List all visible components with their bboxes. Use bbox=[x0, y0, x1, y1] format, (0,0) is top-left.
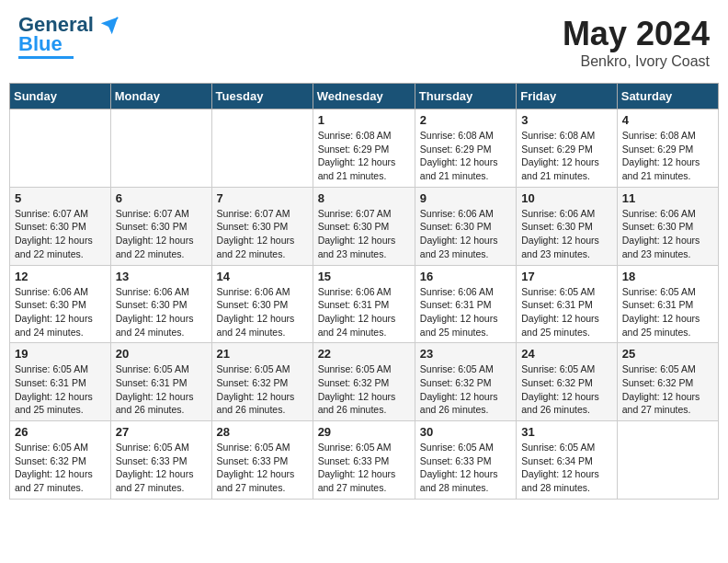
day-info: Sunrise: 6:07 AMSunset: 6:30 PMDaylight:… bbox=[217, 207, 308, 261]
calendar-week-4: 19Sunrise: 6:05 AMSunset: 6:31 PMDayligh… bbox=[10, 343, 719, 421]
day-info: Sunrise: 6:05 AMSunset: 6:32 PMDaylight:… bbox=[521, 362, 612, 417]
day-number: 23 bbox=[420, 347, 511, 361]
day-number: 5 bbox=[15, 191, 106, 205]
calendar-location: Benkro, Ivory Coast bbox=[563, 53, 710, 70]
day-number: 1 bbox=[318, 113, 410, 127]
day-info: Sunrise: 6:07 AMSunset: 6:30 PMDaylight:… bbox=[116, 207, 207, 261]
day-info: Sunrise: 6:08 AMSunset: 6:29 PMDaylight:… bbox=[521, 129, 612, 183]
day-info: Sunrise: 6:06 AMSunset: 6:30 PMDaylight:… bbox=[521, 207, 612, 261]
day-info: Sunrise: 6:05 AMSunset: 6:32 PMDaylight:… bbox=[622, 362, 713, 417]
calendar-title: May 2024 bbox=[563, 15, 710, 53]
calendar-week-5: 26Sunrise: 6:05 AMSunset: 6:32 PMDayligh… bbox=[10, 421, 719, 500]
calendar-cell: 20Sunrise: 6:05 AMSunset: 6:31 PMDayligh… bbox=[110, 343, 211, 421]
logo-divider bbox=[18, 56, 74, 59]
header-sunday: Sunday bbox=[10, 84, 111, 109]
calendar-cell: 30Sunrise: 6:05 AMSunset: 6:33 PMDayligh… bbox=[415, 421, 516, 500]
calendar-cell: 31Sunrise: 6:05 AMSunset: 6:34 PMDayligh… bbox=[517, 421, 618, 500]
calendar-table: Sunday Monday Tuesday Wednesday Thursday… bbox=[9, 83, 719, 500]
calendar-cell: 24Sunrise: 6:05 AMSunset: 6:32 PMDayligh… bbox=[517, 343, 618, 421]
day-info: Sunrise: 6:07 AMSunset: 6:30 PMDaylight:… bbox=[318, 207, 410, 261]
day-number: 22 bbox=[318, 347, 410, 361]
day-number: 20 bbox=[116, 347, 207, 361]
day-info: Sunrise: 6:05 AMSunset: 6:31 PMDaylight:… bbox=[521, 285, 612, 339]
day-info: Sunrise: 6:05 AMSunset: 6:33 PMDaylight:… bbox=[318, 441, 410, 495]
day-number: 25 bbox=[622, 347, 713, 361]
calendar-cell: 6Sunrise: 6:07 AMSunset: 6:30 PMDaylight… bbox=[110, 187, 211, 265]
day-info: Sunrise: 6:06 AMSunset: 6:30 PMDaylight:… bbox=[15, 285, 106, 339]
calendar-cell bbox=[10, 109, 111, 188]
calendar-cell: 3Sunrise: 6:08 AMSunset: 6:29 PMDaylight… bbox=[517, 109, 618, 188]
calendar-header: Sunday Monday Tuesday Wednesday Thursday… bbox=[10, 84, 719, 109]
calendar-cell: 16Sunrise: 6:06 AMSunset: 6:31 PMDayligh… bbox=[415, 265, 516, 343]
day-number: 11 bbox=[622, 191, 713, 205]
day-number: 29 bbox=[318, 425, 410, 439]
day-number: 28 bbox=[217, 425, 308, 439]
header-tuesday: Tuesday bbox=[211, 84, 313, 109]
calendar-cell: 15Sunrise: 6:06 AMSunset: 6:31 PMDayligh… bbox=[313, 265, 415, 343]
logo-bird-icon bbox=[99, 16, 119, 36]
day-info: Sunrise: 6:06 AMSunset: 6:30 PMDaylight:… bbox=[420, 207, 511, 261]
day-number: 10 bbox=[521, 191, 612, 205]
day-info: Sunrise: 6:08 AMSunset: 6:29 PMDaylight:… bbox=[318, 129, 410, 183]
calendar-cell bbox=[211, 109, 313, 188]
day-number: 30 bbox=[420, 425, 511, 439]
calendar-cell: 28Sunrise: 6:05 AMSunset: 6:33 PMDayligh… bbox=[211, 421, 313, 500]
day-number: 3 bbox=[521, 113, 612, 127]
calendar-cell: 4Sunrise: 6:08 AMSunset: 6:29 PMDaylight… bbox=[617, 109, 718, 188]
calendar-cell: 26Sunrise: 6:05 AMSunset: 6:32 PMDayligh… bbox=[10, 421, 111, 500]
calendar-week-2: 5Sunrise: 6:07 AMSunset: 6:30 PMDaylight… bbox=[10, 187, 719, 265]
day-info: Sunrise: 6:06 AMSunset: 6:30 PMDaylight:… bbox=[116, 285, 207, 339]
calendar-cell: 21Sunrise: 6:05 AMSunset: 6:32 PMDayligh… bbox=[211, 343, 313, 421]
calendar-cell: 22Sunrise: 6:05 AMSunset: 6:32 PMDayligh… bbox=[313, 343, 415, 421]
day-info: Sunrise: 6:06 AMSunset: 6:31 PMDaylight:… bbox=[318, 285, 410, 339]
day-number: 15 bbox=[318, 270, 410, 283]
day-number: 21 bbox=[217, 347, 308, 361]
title-block: May 2024 Benkro, Ivory Coast bbox=[563, 15, 710, 70]
calendar-cell: 5Sunrise: 6:07 AMSunset: 6:30 PMDaylight… bbox=[10, 187, 111, 265]
calendar-cell: 7Sunrise: 6:07 AMSunset: 6:30 PMDaylight… bbox=[211, 187, 313, 265]
day-info: Sunrise: 6:05 AMSunset: 6:32 PMDaylight:… bbox=[420, 362, 511, 417]
day-info: Sunrise: 6:08 AMSunset: 6:29 PMDaylight:… bbox=[622, 129, 713, 183]
calendar-cell: 27Sunrise: 6:05 AMSunset: 6:33 PMDayligh… bbox=[110, 421, 211, 500]
day-number: 8 bbox=[318, 191, 410, 205]
day-info: Sunrise: 6:05 AMSunset: 6:31 PMDaylight:… bbox=[116, 362, 207, 417]
calendar-cell: 10Sunrise: 6:06 AMSunset: 6:30 PMDayligh… bbox=[517, 187, 618, 265]
day-number: 17 bbox=[521, 270, 612, 283]
day-info: Sunrise: 6:06 AMSunset: 6:31 PMDaylight:… bbox=[420, 285, 511, 339]
day-number: 27 bbox=[116, 425, 207, 439]
day-number: 2 bbox=[420, 113, 511, 127]
calendar-cell: 12Sunrise: 6:06 AMSunset: 6:30 PMDayligh… bbox=[10, 265, 111, 343]
calendar-cell: 1Sunrise: 6:08 AMSunset: 6:29 PMDaylight… bbox=[313, 109, 415, 188]
header-friday: Friday bbox=[517, 84, 618, 109]
day-number: 12 bbox=[15, 270, 106, 283]
calendar-cell: 17Sunrise: 6:05 AMSunset: 6:31 PMDayligh… bbox=[517, 265, 618, 343]
day-info: Sunrise: 6:05 AMSunset: 6:32 PMDaylight:… bbox=[217, 362, 308, 417]
header-monday: Monday bbox=[110, 84, 211, 109]
day-info: Sunrise: 6:05 AMSunset: 6:32 PMDaylight:… bbox=[318, 362, 410, 417]
day-number: 18 bbox=[622, 270, 713, 283]
day-info: Sunrise: 6:05 AMSunset: 6:31 PMDaylight:… bbox=[622, 285, 713, 339]
logo: General Blue bbox=[18, 15, 119, 59]
day-number: 24 bbox=[521, 347, 612, 361]
calendar-cell: 13Sunrise: 6:06 AMSunset: 6:30 PMDayligh… bbox=[110, 265, 211, 343]
day-info: Sunrise: 6:05 AMSunset: 6:32 PMDaylight:… bbox=[15, 441, 106, 495]
calendar-cell: 19Sunrise: 6:05 AMSunset: 6:31 PMDayligh… bbox=[10, 343, 111, 421]
header-wednesday: Wednesday bbox=[313, 84, 415, 109]
calendar-cell: 29Sunrise: 6:05 AMSunset: 6:33 PMDayligh… bbox=[313, 421, 415, 500]
header-saturday: Saturday bbox=[617, 84, 718, 109]
calendar-cell: 18Sunrise: 6:05 AMSunset: 6:31 PMDayligh… bbox=[617, 265, 718, 343]
day-info: Sunrise: 6:05 AMSunset: 6:33 PMDaylight:… bbox=[420, 441, 511, 495]
calendar-cell: 8Sunrise: 6:07 AMSunset: 6:30 PMDaylight… bbox=[313, 187, 415, 265]
calendar-week-1: 1Sunrise: 6:08 AMSunset: 6:29 PMDaylight… bbox=[10, 109, 719, 188]
day-number: 4 bbox=[622, 113, 713, 127]
day-number: 31 bbox=[521, 425, 612, 439]
day-number: 13 bbox=[116, 270, 207, 283]
weekday-header-row: Sunday Monday Tuesday Wednesday Thursday… bbox=[10, 84, 719, 109]
calendar-cell: 23Sunrise: 6:05 AMSunset: 6:32 PMDayligh… bbox=[415, 343, 516, 421]
day-info: Sunrise: 6:05 AMSunset: 6:33 PMDaylight:… bbox=[116, 441, 207, 495]
day-number: 19 bbox=[15, 347, 106, 361]
day-number: 9 bbox=[420, 191, 511, 205]
day-number: 7 bbox=[217, 191, 308, 205]
day-number: 14 bbox=[217, 270, 308, 283]
day-info: Sunrise: 6:05 AMSunset: 6:34 PMDaylight:… bbox=[521, 441, 612, 495]
